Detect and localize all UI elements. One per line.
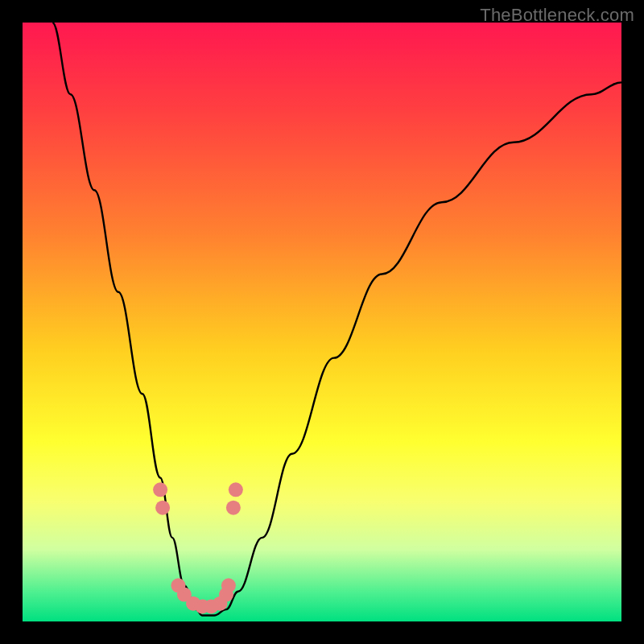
marker-dot — [153, 482, 167, 497]
marker-dot — [229, 482, 243, 497]
marker-dot — [226, 501, 241, 515]
bottleneck-curve-path — [52, 23, 621, 616]
watermark-text: TheBottleneck.com — [480, 5, 634, 26]
marker-dot — [221, 578, 236, 592]
chart-svg — [23, 23, 621, 621]
marker-dots-group — [153, 482, 243, 613]
marker-dot — [155, 501, 170, 515]
chart-plot-area — [23, 23, 621, 621]
